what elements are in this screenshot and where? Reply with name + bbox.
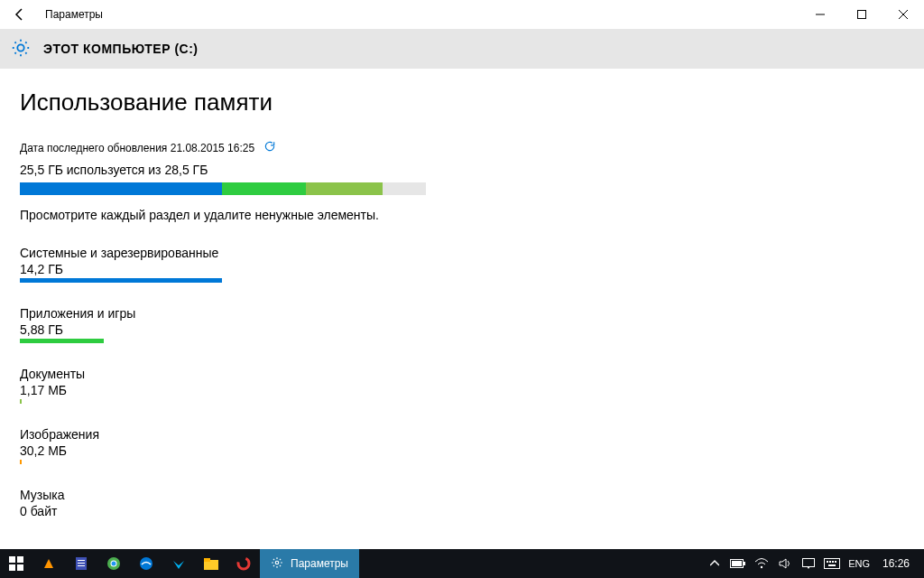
start-button[interactable]	[0, 549, 32, 578]
storage-bar-segment	[20, 182, 222, 195]
last-updated-label: Дата последнего обновления 21.08.2015 16…	[20, 142, 254, 154]
titlebar: Параметры	[0, 0, 924, 29]
svg-rect-4	[9, 564, 15, 571]
svg-rect-24	[827, 561, 828, 563]
window-title: Параметры	[45, 8, 103, 21]
volume-icon[interactable]	[774, 549, 796, 578]
svg-rect-8	[78, 563, 85, 564]
battery-icon[interactable]	[727, 549, 749, 578]
taskbar-app-label: Параметры	[291, 557, 348, 570]
storage-bar-segment	[222, 182, 306, 195]
usage-summary: 25,5 ГБ используется из 28,5 ГБ	[20, 163, 904, 177]
category-name: Музыка	[20, 488, 904, 502]
category-bar	[20, 399, 426, 404]
category-value: 5,88 ГБ	[20, 322, 904, 337]
category-name: Приложения и игры	[20, 306, 904, 321]
taskbar-app-ccleaner[interactable]	[227, 549, 260, 578]
category-bar	[20, 520, 426, 525]
svg-rect-3	[17, 556, 23, 563]
wifi-icon[interactable]	[751, 549, 772, 578]
gear-icon	[271, 556, 283, 572]
svg-point-17	[275, 561, 279, 564]
storage-bar-segment	[306, 182, 383, 195]
svg-point-16	[238, 558, 249, 569]
drive-label: ЭТОТ КОМПЬЮТЕР (C:)	[43, 42, 199, 56]
action-center-icon[interactable]	[798, 549, 819, 578]
svg-rect-20	[732, 561, 742, 566]
category-name: Документы	[20, 367, 904, 381]
svg-rect-7	[78, 560, 85, 561]
svg-rect-22	[803, 559, 815, 567]
page-heading: Использование памяти	[20, 89, 904, 117]
minimize-button[interactable]	[799, 0, 841, 29]
category-value: 30,2 МБ	[20, 443, 904, 458]
tray-overflow-icon[interactable]	[704, 549, 725, 578]
taskbar: Параметры ENG 16:26	[0, 549, 924, 578]
svg-rect-23	[825, 559, 840, 569]
taskbar-app-explorer[interactable]	[195, 549, 227, 578]
svg-rect-15	[204, 558, 210, 562]
storage-category[interactable]: Системные и зарезервированные14,2 ГБ	[20, 246, 904, 283]
category-bar-fill	[20, 460, 22, 464]
svg-rect-1	[858, 11, 866, 19]
storage-bar	[20, 182, 426, 195]
storage-category[interactable]: Приложения и игры5,88 ГБ	[20, 306, 904, 343]
taskbar-app-notepad[interactable]	[65, 549, 97, 578]
svg-point-12	[112, 562, 116, 566]
maximize-button[interactable]	[841, 0, 882, 29]
keyboard-icon[interactable]	[821, 549, 843, 578]
taskbar-app-store[interactable]	[162, 549, 195, 578]
back-button[interactable]	[9, 4, 31, 25]
system-tray: ENG 16:26	[704, 549, 924, 578]
language-indicator[interactable]: ENG	[845, 558, 873, 569]
gear-icon	[11, 38, 31, 61]
svg-rect-25	[829, 561, 831, 563]
refresh-icon[interactable]	[263, 140, 276, 155]
category-name: Системные и зарезервированные	[20, 246, 904, 260]
storage-category[interactable]: Изображения30,2 МБ	[20, 427, 904, 464]
clock[interactable]: 16:26	[875, 557, 917, 570]
storage-category[interactable]: Музыка0 байт	[20, 488, 904, 525]
category-bar	[20, 460, 426, 464]
taskbar-app-edge[interactable]	[130, 549, 162, 578]
category-value: 14,2 ГБ	[20, 262, 904, 276]
svg-rect-28	[828, 564, 836, 566]
category-bar	[20, 339, 426, 343]
category-name: Изображения	[20, 427, 904, 442]
category-bar-fill	[20, 339, 104, 343]
svg-point-21	[761, 566, 762, 568]
hint-text: Просмотрите каждый раздел и удалите нену…	[20, 208, 904, 222]
svg-rect-19	[744, 562, 745, 565]
category-value: 1,17 МБ	[20, 383, 904, 397]
category-bar-fill	[20, 278, 222, 283]
svg-rect-2	[9, 556, 15, 563]
header: ЭТОТ КОМПЬЮТЕР (C:)	[0, 29, 924, 69]
last-updated-row: Дата последнего обновления 21.08.2015 16…	[20, 140, 904, 155]
content: Использование памяти Дата последнего обн…	[0, 69, 924, 525]
category-bar	[20, 278, 426, 283]
svg-rect-5	[17, 564, 23, 571]
close-button[interactable]	[882, 0, 924, 29]
svg-rect-27	[835, 561, 836, 563]
svg-rect-9	[78, 565, 85, 566]
svg-rect-26	[832, 561, 834, 563]
category-value: 0 байт	[20, 504, 904, 518]
taskbar-app-winamp[interactable]	[32, 549, 65, 578]
category-bar-fill	[20, 399, 22, 404]
storage-category[interactable]: Документы1,17 МБ	[20, 367, 904, 404]
taskbar-app-chrome[interactable]	[97, 549, 130, 578]
taskbar-app-settings[interactable]: Параметры	[260, 549, 359, 578]
